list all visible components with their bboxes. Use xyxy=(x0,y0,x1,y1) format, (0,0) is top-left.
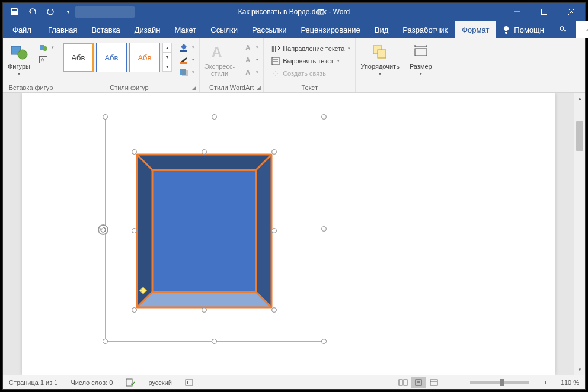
svg-rect-44 xyxy=(404,380,407,385)
wordart-launcher[interactable]: ◢ xyxy=(255,84,262,91)
shape-style-2[interactable]: Абв xyxy=(96,43,127,72)
quick-styles-button[interactable]: A Экспресс- стили xyxy=(202,41,237,78)
rotate-handle[interactable] xyxy=(98,224,108,235)
shape-styles-launcher[interactable]: ◢ xyxy=(191,84,198,91)
shape-handle[interactable] xyxy=(271,228,277,233)
minimize-button[interactable] xyxy=(503,3,531,21)
save-button[interactable] xyxy=(8,5,22,19)
statusbar: Страница 1 из 1 Число слов: 0 русский − … xyxy=(3,375,585,389)
tab-insert[interactable]: Вставка xyxy=(84,21,127,38)
maximize-button[interactable] xyxy=(531,3,558,21)
shape-handle[interactable] xyxy=(132,228,137,233)
canvas-handle[interactable] xyxy=(212,114,217,120)
page[interactable] xyxy=(22,93,555,375)
vertical-scrollbar[interactable]: ▴ ▾ xyxy=(574,93,585,375)
tab-design[interactable]: Дизайн xyxy=(127,21,168,38)
user-account-badge[interactable] xyxy=(75,6,135,18)
tell-me-search[interactable]: Помощн xyxy=(496,21,550,38)
tab-home[interactable]: Главная xyxy=(41,21,84,38)
collapse-ribbon-button[interactable] xyxy=(576,21,588,38)
gallery-scroll[interactable]: ▴▾▾ xyxy=(162,43,172,72)
group-wordart-styles: A Экспресс- стили A▾ A▾ A▾ Стили WordArt… xyxy=(200,38,264,92)
svg-rect-41 xyxy=(186,380,193,385)
tab-view[interactable]: Вид xyxy=(368,21,396,38)
zoom-level[interactable]: 110 % xyxy=(558,375,581,389)
text-effects-button: A▾ xyxy=(241,66,261,78)
shape-handle[interactable] xyxy=(132,307,137,313)
arrange-button[interactable]: Упорядочить ▾ xyxy=(358,41,401,78)
tab-developer[interactable]: Разработчик xyxy=(395,21,455,38)
shape-style-3[interactable]: Абв xyxy=(129,43,160,72)
scroll-thumb[interactable] xyxy=(576,121,583,151)
qat-customize[interactable]: ▾ xyxy=(61,5,75,19)
rotate-connector xyxy=(108,230,135,230)
create-link-button: Создать связь xyxy=(269,68,353,79)
read-mode-button[interactable] xyxy=(395,377,411,388)
print-layout-button[interactable] xyxy=(411,377,426,388)
canvas-handle[interactable] xyxy=(321,114,327,120)
shape-outline-button[interactable]: ▾ xyxy=(177,54,197,66)
cube-shape[interactable] xyxy=(135,152,274,310)
tab-review[interactable]: Рецензирование xyxy=(293,21,367,38)
zoom-slider[interactable] xyxy=(470,381,529,384)
svg-point-7 xyxy=(560,27,564,30)
align-text-button[interactable]: Выровнять текст▾ xyxy=(269,55,353,67)
word-window: ▾ Как рисовать в Ворде.docx - Word Файл … xyxy=(2,2,586,390)
language-indicator[interactable]: русский xyxy=(146,375,174,389)
canvas-handle[interactable] xyxy=(321,339,327,344)
quick-access-toolbar: ▾ xyxy=(3,5,75,19)
canvas-handle[interactable] xyxy=(103,114,108,120)
draw-textbox-button[interactable]: A xyxy=(36,54,56,66)
lightbulb-icon xyxy=(502,25,510,34)
tab-file[interactable]: Файл xyxy=(3,21,41,38)
size-button[interactable]: Размер ▾ xyxy=(407,41,434,78)
svg-rect-20 xyxy=(272,57,279,65)
svg-marker-31 xyxy=(137,155,152,307)
svg-rect-42 xyxy=(187,381,188,384)
svg-point-11 xyxy=(43,46,47,51)
tab-layout[interactable]: Макет xyxy=(167,21,203,38)
shape-style-1[interactable]: Абв xyxy=(63,43,94,72)
group-insert-shapes: Фигуры ▾ ▾ A Вставка фигур xyxy=(3,38,59,92)
scroll-up[interactable]: ▴ xyxy=(574,93,585,104)
close-button[interactable] xyxy=(558,3,585,21)
text-direction-button[interactable]: |||Направление текста▾ xyxy=(269,43,353,54)
shape-handle[interactable] xyxy=(271,149,277,155)
document-area: ▴ ▾ xyxy=(3,93,585,375)
redo-button[interactable] xyxy=(43,5,57,19)
shapes-button[interactable]: Фигуры ▾ xyxy=(5,41,33,78)
shape-handle[interactable] xyxy=(271,307,277,313)
page-indicator[interactable]: Страница 1 из 1 xyxy=(7,375,60,389)
shape-handle[interactable] xyxy=(202,149,207,155)
shape-handle[interactable] xyxy=(132,149,137,155)
shape-style-gallery[interactable]: Абв Абв Абв ▴▾▾ xyxy=(62,41,173,73)
scroll-down[interactable]: ▾ xyxy=(574,364,585,375)
svg-rect-40 xyxy=(126,379,132,386)
svg-rect-43 xyxy=(399,380,402,385)
edit-shape-button[interactable]: ▾ xyxy=(36,41,56,53)
web-layout-button[interactable] xyxy=(426,377,442,388)
zoom-out-button[interactable]: − xyxy=(450,375,458,389)
canvas-handle[interactable] xyxy=(103,339,108,344)
svg-point-9 xyxy=(18,50,27,59)
shape-effects-button[interactable]: ▾ xyxy=(177,66,197,78)
tab-mailings[interactable]: Рассылки xyxy=(245,21,293,38)
word-count[interactable]: Число слов: 0 xyxy=(68,375,115,389)
shape-handle[interactable] xyxy=(202,307,207,313)
svg-marker-33 xyxy=(137,292,271,307)
svg-rect-17 xyxy=(182,70,188,76)
shape-fill-button[interactable]: ▾ xyxy=(177,41,197,53)
macro-indicator[interactable] xyxy=(183,375,196,389)
svg-text:A: A xyxy=(41,57,44,63)
canvas-handle[interactable] xyxy=(321,226,327,232)
spellcheck-indicator[interactable] xyxy=(123,375,138,389)
view-buttons xyxy=(395,377,442,388)
tab-format[interactable]: Формат xyxy=(455,21,496,38)
tab-references[interactable]: Ссылки xyxy=(203,21,245,38)
svg-text:|||: ||| xyxy=(271,46,276,52)
canvas-handle[interactable] xyxy=(212,339,217,344)
zoom-in-button[interactable]: + xyxy=(541,375,549,389)
undo-button[interactable] xyxy=(25,5,40,19)
share-button[interactable] xyxy=(550,21,576,38)
group-arrange-size: Упорядочить ▾ Размер ▾ xyxy=(356,38,436,92)
